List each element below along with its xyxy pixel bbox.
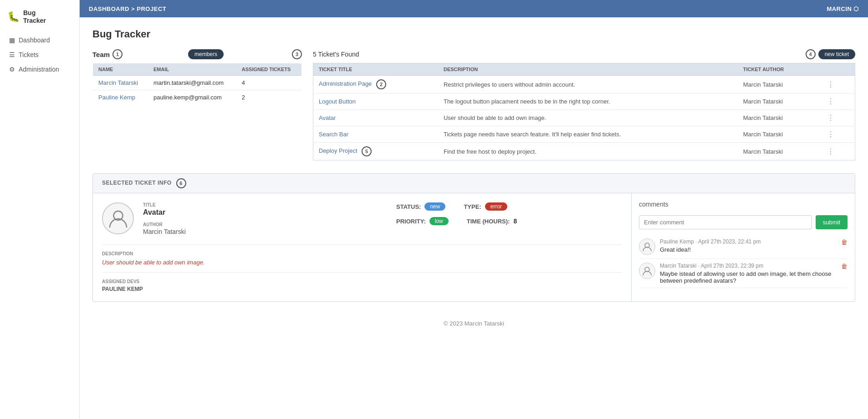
comment-item: Pauline Kemp · April 27th 2023, 22:41 pm… bbox=[639, 235, 848, 259]
sidebar-item-dashboard[interactable]: ▦ Dashboard bbox=[5, 34, 75, 47]
team-member-tickets: 4 bbox=[236, 76, 302, 90]
tickets-col-title: TICKET TITLE bbox=[313, 63, 438, 76]
assigned-devs-section: ASSIGNED DEVS PAULINE KEMP bbox=[102, 272, 622, 292]
ticket-row-menu[interactable]: ⋮ bbox=[820, 93, 855, 110]
selected-ticket-section: SELECTED TICKET INFO 6 bbox=[92, 173, 855, 302]
ticket-row-menu[interactable]: ⋮ bbox=[820, 76, 855, 93]
author-label: AUTHOR bbox=[143, 222, 369, 227]
bug-icon: 🐛 bbox=[7, 11, 20, 23]
ticket-row: Administration Page 2 Restrict privilege… bbox=[313, 76, 855, 93]
assigned-name: PAULINE KEMP bbox=[102, 286, 622, 292]
priority-group: PRIORITY: low bbox=[396, 217, 449, 225]
comment-text: Maybe istead of allowing user to add own… bbox=[660, 270, 834, 284]
ticket-author: Marcin Tatarski bbox=[143, 228, 369, 235]
team-title: Team bbox=[92, 51, 110, 58]
team-member-name: Marcin Tatarski bbox=[93, 76, 148, 90]
ticket-meta: TITLE Avatar AUTHOR Marcin Tatarski bbox=[143, 202, 369, 235]
title-label: TITLE bbox=[143, 202, 369, 207]
ticket-row-menu[interactable]: ⋮ bbox=[820, 110, 855, 126]
comments-panel: comments submit Pauline Kemp · April 27t… bbox=[632, 193, 855, 301]
footer-text: © 2023 Marcin Tatarski bbox=[444, 320, 504, 327]
ticket-row: Logout Button The logout button placamen… bbox=[313, 93, 855, 110]
team-col-email: EMAIL bbox=[148, 63, 236, 76]
ticket-row-desc: Restrict privileges to users without adm… bbox=[438, 76, 738, 93]
sidebar-item-tickets[interactable]: ☰ Tickets bbox=[5, 48, 75, 61]
comment-delete-button[interactable]: 🗑 bbox=[841, 238, 848, 246]
tickets-col-menu bbox=[820, 63, 855, 76]
ticket-menu-icon[interactable]: ⋮ bbox=[825, 148, 836, 155]
circle-4: 4 bbox=[806, 49, 816, 59]
ticket-row-desc: Tickets page needs have search feature. … bbox=[438, 126, 738, 143]
circle-2: 2 bbox=[376, 79, 386, 89]
ticket-row-title[interactable]: Deploy Project 5 bbox=[313, 143, 438, 160]
submit-button[interactable]: submit bbox=[816, 215, 848, 229]
ticket-menu-icon[interactable]: ⋮ bbox=[825, 114, 836, 122]
team-row: Marcin Tatarski martin.tatarski@gmail.co… bbox=[93, 76, 302, 90]
ticket-row-menu[interactable]: ⋮ bbox=[820, 143, 855, 160]
ticket-row-title[interactable]: Avatar bbox=[313, 110, 438, 126]
tickets-col-author: TICKET AUTHOR bbox=[738, 63, 820, 76]
team-col-name: NAME bbox=[93, 63, 148, 76]
comment-meta: Pauline Kemp · April 27th 2023, 22:41 pm bbox=[660, 238, 834, 245]
ticket-row: Search Bar Tickets page needs have searc… bbox=[313, 126, 855, 143]
ticket-info-panel: TITLE Avatar AUTHOR Marcin Tatarski STAT… bbox=[93, 193, 632, 301]
comment-body: Marcin Tatarski · April 27th 2023, 22:39… bbox=[660, 263, 834, 284]
type-group: TYPE: error bbox=[464, 202, 507, 211]
sidebar-item-label-administration: Administration bbox=[19, 66, 59, 73]
comment-avatar bbox=[639, 263, 655, 279]
team-header: Team 1 members 3 bbox=[92, 49, 302, 59]
sidebar: 🐛 BugTracker ▦ Dashboard ☰ Tickets ⚙ Adm… bbox=[0, 0, 80, 419]
ticket-menu-icon[interactable]: ⋮ bbox=[825, 81, 836, 88]
ticket-row: Deploy Project 5 Find the free host to d… bbox=[313, 143, 855, 160]
description-text: User should be able to add own image. bbox=[102, 259, 622, 266]
ticket-row-desc: User should be able to add own image. bbox=[438, 110, 738, 126]
tickets-header: 5 Ticket's Found 4 new ticket bbox=[313, 49, 855, 59]
tickets-count: 5 Ticket's Found bbox=[313, 51, 359, 58]
footer: © 2023 Marcin Tatarski bbox=[92, 311, 855, 331]
members-button[interactable]: members bbox=[188, 49, 224, 59]
app-name: BugTracker bbox=[23, 9, 46, 25]
tickets-icon: ☰ bbox=[9, 51, 15, 58]
new-ticket-button[interactable]: new ticket bbox=[818, 49, 855, 59]
assigned-label: ASSIGNED DEVS bbox=[102, 279, 622, 284]
breadcrumb: DASHBOARD > PROJECT bbox=[89, 5, 166, 12]
selected-ticket-header: SELECTED TICKET INFO 6 bbox=[93, 174, 855, 193]
status-group: STATUS: new bbox=[396, 202, 445, 211]
ticket-row-desc: The logout button placament needs to be … bbox=[438, 93, 738, 110]
circle-5: 5 bbox=[362, 146, 372, 156]
comments-list: Pauline Kemp · April 27th 2023, 22:41 pm… bbox=[639, 235, 848, 288]
comment-text: Great idea!! bbox=[660, 246, 834, 253]
priority-label: PRIORITY: bbox=[396, 218, 426, 225]
page-content: Bug Tracker Team 1 members 3 bbox=[80, 17, 868, 419]
tickets-section: 5 Ticket's Found 4 new ticket TICKET TIT… bbox=[313, 49, 855, 160]
circle-3: 3 bbox=[292, 49, 302, 59]
ticket-description-section: DESCRIPTION User should be able to add o… bbox=[102, 244, 622, 266]
selected-ticket-label: SELECTED TICKET INFO bbox=[102, 180, 172, 186]
ticket-row-menu[interactable]: ⋮ bbox=[820, 126, 855, 143]
comment-meta: Marcin Tatarski · April 27th 2023, 22:39… bbox=[660, 263, 834, 269]
comment-input-row: submit bbox=[639, 215, 848, 229]
ticket-menu-icon[interactable]: ⋮ bbox=[825, 98, 836, 105]
ticket-row-author: Marcin Tatarski bbox=[738, 110, 820, 126]
user-info: MARCIN ⬡ bbox=[827, 5, 859, 12]
app-logo: 🐛 BugTracker bbox=[0, 5, 79, 34]
gear-icon: ⚙ bbox=[9, 66, 15, 73]
type-label: TYPE: bbox=[464, 203, 481, 210]
comment-input[interactable] bbox=[639, 215, 812, 229]
ticket-avatar-icon bbox=[102, 202, 134, 234]
team-table: NAME EMAIL ASSIGNED TICKETS Marcin Tatar… bbox=[92, 63, 302, 105]
sidebar-item-label-tickets: Tickets bbox=[19, 51, 39, 58]
ticket-row-author: Marcin Tatarski bbox=[738, 143, 820, 160]
selected-ticket-body: TITLE Avatar AUTHOR Marcin Tatarski STAT… bbox=[93, 193, 855, 301]
comment-delete-button[interactable]: 🗑 bbox=[841, 263, 848, 270]
ticket-row-title[interactable]: Search Bar bbox=[313, 126, 438, 143]
ticket-row-title[interactable]: Administration Page 2 bbox=[313, 76, 438, 93]
ticket-title: Avatar bbox=[143, 208, 369, 217]
ticket-row-author: Marcin Tatarski bbox=[738, 76, 820, 93]
ticket-row-title[interactable]: Logout Button bbox=[313, 93, 438, 110]
ticket-row: Avatar User should be able to add own im… bbox=[313, 110, 855, 126]
top-row: Team 1 members 3 NAME EMAIL ASSIGNED TIC… bbox=[92, 49, 855, 160]
sidebar-item-administration[interactable]: ⚙ Administration bbox=[5, 63, 75, 76]
ticket-menu-icon[interactable]: ⋮ bbox=[825, 130, 836, 138]
comments-title: comments bbox=[639, 201, 848, 208]
